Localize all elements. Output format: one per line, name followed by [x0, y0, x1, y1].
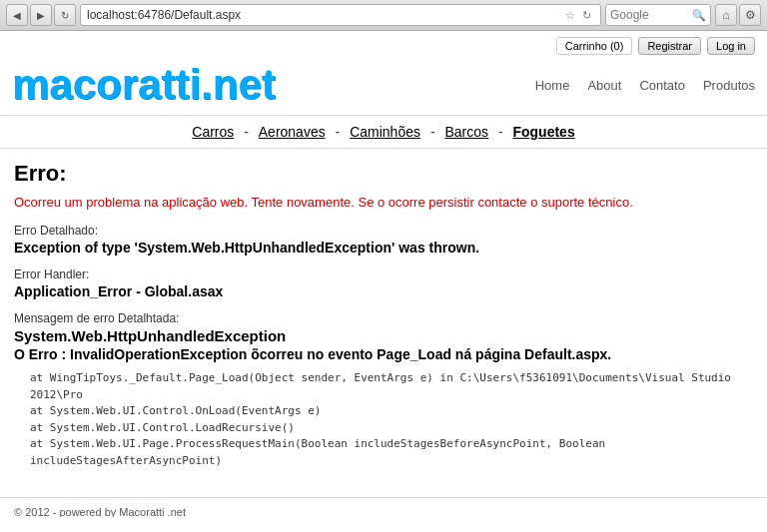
- error-section: Erro: Ocorreu um problema na aplicação w…: [0, 149, 767, 497]
- login-button[interactable]: Log in: [707, 37, 755, 55]
- address-bar-container: ☆ ↻: [80, 4, 601, 26]
- back-button[interactable]: ◀: [6, 4, 28, 26]
- error-msg-class: System.Web.HttpUnhandledException: [14, 327, 753, 344]
- site-logo: macoratti.net: [12, 61, 276, 109]
- subnav-caminhoes[interactable]: Caminhões: [350, 124, 420, 140]
- search-area: 🔍: [605, 4, 711, 26]
- error-stack: at WingTipToys._Default.Page_Load(Object…: [14, 370, 753, 469]
- register-button[interactable]: Registrar: [638, 37, 701, 55]
- sub-nav: Carros - Aeronaves - Caminhões - Barcos …: [0, 116, 767, 149]
- browser-chrome: ◀ ▶ ↻ ☆ ↻ 🔍 ⌂ ⚙: [0, 0, 767, 31]
- stack-line-3: at System.Web.UI.Control.LoadRecursive(): [14, 420, 753, 437]
- error-message: Ocorreu um problema na aplicação web. Te…: [14, 195, 753, 210]
- nav-about[interactable]: About: [587, 78, 621, 93]
- error-title: Erro:: [14, 161, 753, 187]
- logo-text: macoratti: [12, 61, 201, 108]
- browser-toolbar: ◀ ▶ ↻ ☆ ↻ 🔍 ⌂ ⚙: [0, 0, 767, 30]
- subnav-foguetes[interactable]: Foguetes: [512, 124, 574, 140]
- nav-home[interactable]: Home: [535, 78, 570, 93]
- error-handler-value: Application_Error - Global.asax: [14, 283, 753, 299]
- subnav-barcos[interactable]: Barcos: [444, 124, 488, 140]
- reload-button[interactable]: ↻: [54, 4, 76, 26]
- forward-button[interactable]: ▶: [30, 4, 52, 26]
- error-handler-label: Error Handler:: [14, 267, 753, 281]
- cart-button[interactable]: Carrinho (0): [556, 37, 633, 55]
- stack-line-1: at WingTipToys._Default.Page_Load(Object…: [14, 370, 753, 403]
- stack-line-2: at System.Web.UI.Control.OnLoad(EventArg…: [14, 403, 753, 420]
- page-content: Carrinho (0) Registrar Log in macoratti.…: [0, 31, 767, 517]
- main-nav: Home About Contato Produtos: [535, 78, 755, 93]
- refresh-icon[interactable]: ↻: [578, 7, 594, 23]
- error-detail-label: Erro Detalhado:: [14, 224, 753, 238]
- sep-4: -: [498, 124, 507, 140]
- sep-2: -: [336, 124, 345, 140]
- header-top: Carrinho (0) Registrar Log in: [0, 31, 767, 57]
- subnav-carros[interactable]: Carros: [192, 124, 234, 140]
- tools-button[interactable]: ⚙: [739, 4, 761, 26]
- sep-3: -: [430, 124, 439, 140]
- subnav-aeronaves[interactable]: Aeronaves: [259, 124, 326, 140]
- home-button[interactable]: ⌂: [715, 4, 737, 26]
- nav-contato[interactable]: Contato: [639, 78, 685, 93]
- site-footer: © 2012 - powered by Macoratti .net: [0, 497, 767, 517]
- search-input[interactable]: [610, 8, 690, 22]
- footer-text: © 2012 - powered by Macoratti .net: [14, 506, 186, 517]
- error-detail-value: Exception of type 'System.Web.HttpUnhand…: [14, 240, 753, 256]
- address-input[interactable]: [87, 8, 562, 22]
- browser-right-buttons: ⌂ ⚙: [715, 4, 761, 26]
- site-header: Carrinho (0) Registrar Log in macoratti.…: [0, 31, 767, 116]
- header-main: macoratti.net Home About Contato Produto…: [0, 57, 767, 115]
- search-icon: 🔍: [692, 9, 706, 22]
- error-msg-label: Mensagem de erro Detalhtada:: [14, 311, 753, 325]
- sep-1: -: [244, 124, 253, 140]
- star-icon[interactable]: ☆: [562, 7, 578, 23]
- browser-nav-buttons: ◀ ▶ ↻: [6, 4, 76, 26]
- error-msg-detail: O Erro : InvalidOperationException õcorr…: [14, 346, 753, 362]
- nav-produtos[interactable]: Produtos: [703, 78, 755, 93]
- logo-suffix: .net: [201, 61, 276, 108]
- stack-line-4: at System.Web.UI.Page.ProcessRequestMain…: [14, 436, 753, 469]
